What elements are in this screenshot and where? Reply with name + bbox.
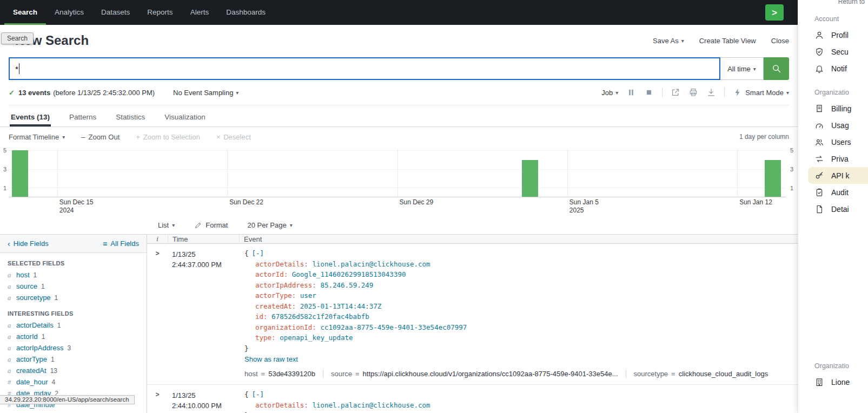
nav-item-search[interactable]: Search [4, 0, 46, 25]
settings-item-users[interactable]: Users [798, 134, 868, 150]
settings-item-profil[interactable]: Profil [798, 26, 868, 43]
json-value[interactable]: 678526d582c1f20fac4babfb [271, 312, 369, 321]
json-value[interactable]: lionel.palacin@clickhouse.com [312, 260, 430, 268]
collapse-json-link[interactable]: [-] [252, 390, 264, 398]
settings-item-label: Usag [831, 121, 849, 130]
settings-item-audit[interactable]: Audit [798, 184, 868, 201]
search-mode-dropdown[interactable]: Smart Mode ▾ [733, 88, 789, 97]
field-item-actorType[interactable]: aactorType1 [0, 354, 147, 365]
field-name: source [16, 282, 37, 290]
settings-item-priva[interactable]: Priva [798, 150, 868, 167]
collapse-json-link[interactable]: [-] [252, 249, 264, 257]
swap-icon [814, 154, 824, 164]
json-value[interactable]: lionel.palacin@clickhouse.com [312, 401, 430, 409]
settings-item-billing[interactable]: Billing [798, 100, 868, 117]
caret-down-icon: ▾ [615, 90, 618, 96]
field-item-createdAt[interactable]: acreatedAt13 [0, 365, 147, 376]
app-logo-button[interactable]: > [765, 4, 784, 21]
settings-item-label: Priva [831, 155, 849, 163]
timeline-plot[interactable]: Sun Dec 152024Sun Dec 22Sun Dec 29Sun Ja… [9, 149, 786, 197]
divider [626, 369, 626, 378]
field-item-host[interactable]: ahost1 [0, 269, 147, 281]
search-button[interactable] [764, 57, 789, 80]
event-sampling-dropdown[interactable]: No Event Sampling ▾ [173, 89, 238, 97]
zoom-out-button[interactable]: – Zoom Out [81, 133, 120, 141]
fields-sidebar: ‹ Hide Fields ≡ All Fields SELECTED FIEL… [0, 235, 147, 413]
y-axis-label: 1 [790, 184, 793, 192]
settings-side-panel: Return to AccountProfilSecuNotifOrganiza… [798, 0, 868, 413]
pause-job-icon[interactable] [626, 88, 636, 97]
meta-field-sourcetype[interactable]: sourcetype=clickhouse_cloud_audit_logs [634, 370, 768, 378]
meta-field-host[interactable]: host=53de4339120b [244, 370, 315, 378]
settings-item-detai[interactable]: Detai [798, 201, 868, 217]
share-job-icon[interactable] [671, 88, 680, 97]
json-value[interactable]: 85.246.59.249 [320, 281, 373, 289]
stop-job-icon[interactable] [644, 88, 654, 97]
nav-item-datasets[interactable]: Datasets [92, 0, 138, 25]
event-table-row: >1/13/252:44:10.000 PM{[-]actorDetails: … [147, 385, 798, 413]
format-results-button[interactable]: Format [194, 221, 228, 229]
zoom-to-selection-button[interactable]: + Zoom to Selection [136, 133, 200, 141]
job-menu-button[interactable]: Job ▾ [601, 89, 618, 97]
field-item-sourcetype[interactable]: asourcetype1 [0, 292, 147, 303]
expand-event-button[interactable]: > [147, 385, 168, 413]
timeline-bar[interactable] [522, 160, 538, 197]
nav-item-alerts[interactable]: Alerts [182, 0, 218, 25]
create-table-view-button[interactable]: Create Table View [699, 37, 756, 45]
json-value[interactable]: openapi_key_update [280, 334, 353, 342]
field-item-actorDetails[interactable]: aactorDetails1 [0, 319, 147, 331]
field-count: 3 [67, 344, 71, 352]
deselect-button[interactable]: × Deselect [216, 133, 251, 141]
tab-patterns[interactable]: Patterns [68, 109, 97, 126]
settings-item-usag[interactable]: Usag [798, 117, 868, 134]
divider [323, 369, 323, 378]
list-view-dropdown[interactable]: List ▾ [158, 221, 175, 229]
field-item-actorIpAddress[interactable]: aactorIpAddress3 [0, 342, 147, 354]
format-timeline-dropdown[interactable]: Format Timeline ▾ [9, 133, 65, 141]
hide-fields-button[interactable]: ‹ Hide Fields [8, 239, 49, 248]
nav-item-reports[interactable]: Reports [138, 0, 181, 25]
zoom-out-label: Zoom Out [88, 133, 120, 141]
settings-sections: AccountProfilSecuNotifOrganizatioBilling… [798, 15, 868, 390]
json-value[interactable]: cc1092aa-8775-459e-9401-33e54ec07997 [320, 323, 467, 331]
divider [724, 88, 725, 97]
show-as-raw-text-link[interactable]: Show as raw text [244, 355, 792, 363]
event-time[interactable]: 1/13/252:44:37.000 PM [168, 244, 239, 384]
meta-field-source[interactable]: source=https://api.clickhouse.cloud/v1/o… [331, 370, 618, 378]
timeline-bar[interactable] [765, 160, 781, 197]
field-item-actorId[interactable]: aactorId1 [0, 331, 147, 342]
json-value[interactable]: 2025-01-13T14:44:37Z [300, 302, 382, 310]
field-name: date_hour [16, 378, 48, 386]
browser-status-url: 34.29.223.20:8000/en-US/app/search/searc… [0, 395, 135, 404]
json-open-brace: { [244, 249, 249, 257]
close-button[interactable]: Close [771, 37, 789, 45]
settings-item-notif[interactable]: Notif [798, 60, 868, 77]
print-icon[interactable] [688, 88, 698, 97]
field-item-source[interactable]: asource1 [0, 281, 147, 292]
export-icon[interactable] [706, 88, 716, 97]
settings-item-secu[interactable]: Secu [798, 43, 868, 60]
time-range-picker[interactable]: All time ▾ [720, 57, 764, 80]
save-as-button[interactable]: Save As ▾ [653, 37, 684, 45]
caret-down-icon: ▾ [290, 222, 293, 228]
tab-events-13[interactable]: Events (13) [10, 109, 51, 126]
expand-event-button[interactable]: > [147, 244, 168, 384]
json-value[interactable]: user [300, 291, 316, 299]
nav-item-analytics[interactable]: Analytics [46, 0, 92, 25]
field-type-icon: a [8, 344, 12, 352]
return-to-link[interactable]: Return to [838, 0, 865, 5]
timeline-bar[interactable] [12, 150, 28, 197]
tab-statistics[interactable]: Statistics [115, 109, 146, 126]
clipboard-icon [814, 188, 824, 197]
nav-item-dashboards[interactable]: Dashboards [217, 0, 274, 25]
json-value[interactable]: Google_114602629918513043390 [292, 270, 406, 278]
event-time[interactable]: 1/13/252:44:10.000 PM [168, 385, 239, 413]
tab-visualization[interactable]: Visualization [163, 109, 207, 126]
settings-item-api-k[interactable]: API k [808, 167, 868, 184]
all-fields-button[interactable]: ≡ All Fields [103, 239, 139, 248]
per-page-dropdown[interactable]: 20 Per Page ▾ [247, 221, 292, 229]
x-axis-label: Sun Dec 22 [227, 198, 263, 206]
search-input[interactable]: * [9, 57, 720, 80]
settings-item-lione[interactable]: Lione [798, 374, 868, 390]
field-item-date_hour[interactable]: #date_hour4 [0, 376, 147, 388]
